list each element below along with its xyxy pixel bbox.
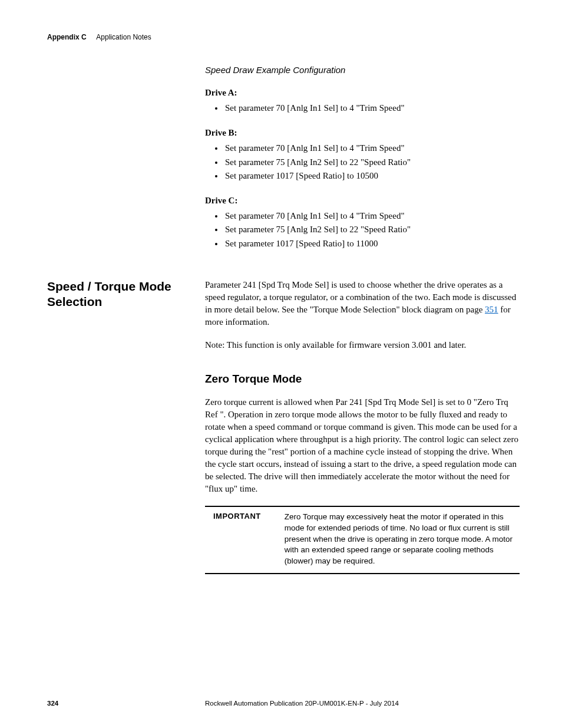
appendix-label: Appendix C — [47, 33, 87, 41]
important-label: IMPORTANT — [205, 506, 279, 574]
drive-b-list: Set parameter 70 [Anlg In1 Sel] to 4 "Tr… — [205, 141, 520, 183]
drive-a-label: Drive A: — [205, 88, 520, 98]
page-link[interactable]: 351 — [485, 305, 498, 314]
list-item: Set parameter 70 [Anlg In1 Sel] to 4 "Tr… — [224, 141, 520, 155]
publication-line: Rockwell Automation Publication 20P-UM00… — [205, 700, 520, 707]
section-paragraph: Parameter 241 [Spd Trq Mode Sel] is used… — [205, 279, 520, 328]
list-item: Set parameter 75 [Anlg In2 Sel] to 22 "S… — [224, 223, 520, 236]
list-item: Set parameter 1017 [Speed Ratio] to 1050… — [224, 169, 520, 183]
drive-c-list: Set parameter 70 [Anlg In1 Sel] to 4 "Tr… — [205, 209, 520, 251]
important-message: Zero Torque may excessively heat the mot… — [279, 506, 520, 574]
page-number: 324 — [47, 700, 205, 707]
section-note: Note: This function is only available fo… — [205, 339, 520, 351]
page-footer: 324 Rockwell Automation Publication 20P-… — [47, 700, 520, 707]
header-title: Application Notes — [96, 33, 151, 41]
list-item: Set parameter 1017 [Speed Ratio] to 1100… — [224, 237, 520, 251]
list-item: Set parameter 75 [Anlg In2 Sel] to 22 "S… — [224, 156, 520, 169]
zero-paragraph: Zero torque current is allowed when Par … — [205, 396, 520, 495]
drive-c-label: Drive C: — [205, 196, 520, 206]
running-header: Appendix C Application Notes — [47, 33, 520, 41]
drive-b-label: Drive B: — [205, 128, 520, 138]
important-callout: IMPORTANT Zero Torque may excessively he… — [205, 506, 520, 574]
example-heading: Speed Draw Example Configuration — [205, 65, 520, 75]
list-item: Set parameter 70 [Anlg In1 Sel] to 4 "Tr… — [224, 101, 520, 115]
zero-heading: Zero Torque Mode — [205, 373, 520, 386]
list-item: Set parameter 70 [Anlg In1 Sel] to 4 "Tr… — [224, 209, 520, 223]
para-text: Parameter 241 [Spd Trq Mode Sel] is used… — [205, 280, 516, 314]
section-title: Speed / Torque Mode Selection — [47, 279, 199, 310]
drive-a-list: Set parameter 70 [Anlg In1 Sel] to 4 "Tr… — [205, 101, 520, 115]
